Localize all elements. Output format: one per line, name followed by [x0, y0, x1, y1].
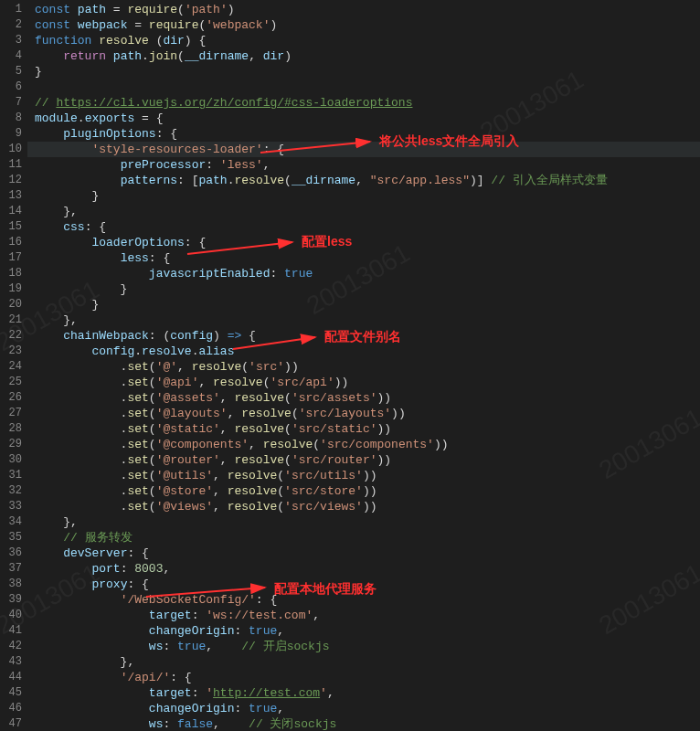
token-str: 'style-resources-loader'	[91, 143, 262, 156]
code-line[interactable]: .set('@views', resolve('src/views'))	[27, 499, 700, 514]
code-line[interactable]: const webpack = require('webpack')	[27, 17, 700, 33]
code-line[interactable]: 'style-resources-loader': {	[27, 142, 700, 157]
token-str: 'src/layouts'	[299, 407, 391, 420]
code-line[interactable]: return path.join(__dirname, dir)	[27, 48, 700, 64]
code-line[interactable]: },	[27, 654, 700, 670]
code-editor[interactable]: 1234567891011121314151617181920212223242…	[0, 0, 700, 731]
code-line[interactable]: '/api/': {	[27, 670, 700, 685]
token-prop: chainWebpack	[63, 329, 149, 343]
code-line[interactable]: }	[27, 297, 700, 313]
line-number: 4	[0, 48, 22, 64]
token-pn: )]	[470, 174, 491, 187]
code-line[interactable]: loaderOptions: {	[27, 235, 700, 250]
token-pn: ))	[434, 438, 449, 451]
code-line[interactable]: .set('@api', resolve('src/api'))	[27, 375, 700, 390]
code-line[interactable]: config.resolve.alias	[27, 344, 700, 359]
code-line[interactable]: .set('@', resolve('src'))	[27, 359, 700, 375]
code-line[interactable]: }	[27, 281, 700, 297]
token-str: 'src/components'	[320, 438, 434, 451]
token-fn: set	[127, 500, 148, 514]
code-line[interactable]: target: 'http://test.com',	[27, 685, 700, 701]
token-pn	[70, 18, 78, 32]
code-line[interactable]: chainWebpack: (config) => {	[27, 328, 700, 344]
code-line[interactable]: .set('@assets', resolve('src/assets'))	[27, 390, 700, 406]
token-bool: true	[249, 624, 277, 638]
code-line[interactable]: target: 'ws://test.com',	[27, 608, 700, 623]
code-line[interactable]	[27, 79, 700, 95]
code-line[interactable]: // 服务转发	[27, 530, 700, 546]
token-pn: ,	[249, 438, 263, 451]
code-line[interactable]: pluginOptions: {	[27, 126, 700, 142]
token-pn: ))	[391, 407, 406, 420]
token-pn: = {	[134, 111, 163, 125]
token-pn: ,	[228, 407, 242, 420]
code-line[interactable]: less: {	[27, 250, 700, 266]
token-pn: ))	[334, 376, 349, 389]
token-pn: ,	[355, 174, 370, 187]
code-line[interactable]: module.exports = {	[27, 111, 700, 126]
token-str: 'src/api'	[270, 376, 334, 389]
token-pn: ))	[363, 484, 377, 498]
code-line[interactable]: }	[27, 188, 700, 204]
token-pn: (	[149, 422, 156, 436]
token-pn	[106, 49, 113, 63]
token-fn: resolve	[234, 453, 284, 467]
line-number: 21	[0, 313, 22, 328]
token-str: '	[206, 686, 213, 700]
code-line[interactable]: patterns: [path.resolve(__dirname, "src/…	[27, 173, 700, 188]
code-line[interactable]: },	[27, 313, 700, 328]
code-line[interactable]: }	[27, 64, 700, 79]
token-pn: .	[134, 344, 142, 358]
token-pn: ,	[213, 484, 228, 498]
token-pn	[35, 220, 63, 234]
line-number: 44	[0, 670, 22, 685]
token-pn	[35, 143, 91, 156]
token-pn: : [	[177, 174, 198, 187]
token-pn	[35, 531, 63, 545]
code-line[interactable]: .set('@utils', resolve('src/utils'))	[27, 468, 700, 483]
token-pn: (	[149, 453, 156, 467]
code-line[interactable]: devServer: {	[27, 546, 700, 561]
token-var: path	[113, 49, 142, 63]
code-line[interactable]: changeOrigin: true,	[27, 701, 700, 716]
token-str: '@store'	[156, 484, 213, 498]
code-line[interactable]: css: {	[27, 219, 700, 235]
token-pn: (	[149, 407, 156, 420]
code-line[interactable]: ws: true, // 开启sockjs	[27, 639, 700, 654]
line-number: 15	[0, 219, 22, 235]
code-line[interactable]: .set('@components', resolve('src/compone…	[27, 437, 700, 452]
token-pn: :	[163, 717, 177, 731]
token-var: config	[91, 344, 134, 358]
code-line[interactable]: '/WebSocketConfig/': {	[27, 592, 700, 608]
token-pn	[35, 640, 149, 653]
token-fn: set	[127, 407, 148, 420]
line-number: 23	[0, 344, 22, 359]
token-str: '@router'	[156, 453, 220, 467]
code-line[interactable]: ws: false, // 关闭sockjs	[27, 716, 700, 731]
line-number: 46	[0, 701, 22, 716]
line-number: 34	[0, 514, 22, 530]
code-line[interactable]: changeOrigin: true,	[27, 623, 700, 639]
code-line[interactable]: const path = require('path')	[27, 2, 700, 17]
code-line[interactable]: port: 8003,	[27, 561, 700, 577]
code-line[interactable]: javascriptEnabled: true	[27, 266, 700, 281]
code-line[interactable]: .set('@store', resolve('src/store'))	[27, 483, 700, 499]
token-fn: resolve	[99, 34, 149, 48]
code-area[interactable]: const path = require('path')const webpac…	[27, 0, 700, 731]
line-number: 17	[0, 250, 22, 266]
code-line[interactable]: .set('@router', resolve('src/router'))	[27, 452, 700, 468]
code-line[interactable]: proxy: {	[27, 577, 700, 592]
token-fn: resolve	[192, 360, 242, 374]
code-line[interactable]: },	[27, 514, 700, 530]
code-line[interactable]: .set('@layouts', resolve('src/layouts'))	[27, 406, 700, 421]
token-pn: (	[292, 407, 299, 420]
code-line[interactable]: // https://cli.vuejs.org/zh/config/#css-…	[27, 95, 700, 111]
code-line[interactable]: .set('@static', resolve('src/static'))	[27, 421, 700, 437]
line-number: 25	[0, 375, 22, 390]
token-fn: set	[127, 438, 148, 451]
code-line[interactable]: },	[27, 204, 700, 219]
token-pn: ,	[263, 158, 270, 172]
code-line[interactable]: preProcessor: 'less',	[27, 157, 700, 173]
code-line[interactable]: function resolve (dir) {	[27, 33, 700, 48]
token-pn: : {	[256, 593, 277, 607]
